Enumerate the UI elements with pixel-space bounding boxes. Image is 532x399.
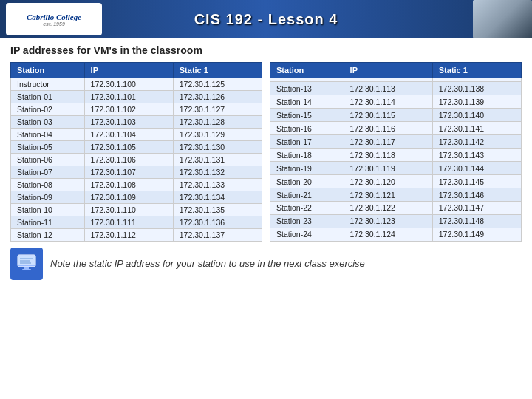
table-cell: Station-21 [270,188,344,202]
table-row: Station-12172.30.1.112172.30.1.137 [11,229,262,242]
station-icon-container [10,248,43,280]
left-col-ip: IP [84,63,173,78]
footer: Note the static IP address for your stat… [10,248,522,280]
table-cell: 172.30.1.132 [173,166,262,179]
table-row: Station-09172.30.1.109172.30.1.134 [11,191,262,204]
table-cell: 172.30.1.149 [432,228,521,241]
logo-name: Cabrillo College [27,13,81,21]
table-cell: 172.30.1.117 [344,135,432,149]
table-row: Station-21172.30.1.121172.30.1.146 [270,188,522,202]
right-col-station: Station [270,63,344,78]
table-cell: 172.30.1.137 [173,229,262,242]
right-col-ip: IP [344,63,432,78]
svg-rect-3 [22,269,31,270]
table-row: Station-02172.30.1.102172.30.1.127 [11,103,262,116]
table-cell: 172.30.1.108 [84,179,173,191]
table-cell: 172.30.1.142 [432,135,521,149]
table-row: Station-24172.30.1.124172.30.1.149 [270,228,522,241]
table-cell: 172.30.1.118 [344,149,432,162]
table-row: Station-08172.30.1.108172.30.1.133 [11,179,262,191]
table-cell: 172.30.1.106 [84,154,173,166]
table-cell: 172.30.1.125 [173,78,262,91]
table-cell: 172.30.1.130 [173,141,262,154]
table-cell: Station-18 [270,149,344,162]
table-left: Station IP Static 1 Instructor172.30.1.1… [10,62,262,242]
logo-year: est. 1959 [27,21,81,27]
table-row: Station-05172.30.1.105172.30.1.130 [11,141,262,154]
table-cell: Station-14 [270,95,344,109]
table-cell: 172.30.1.124 [344,228,432,241]
table-cell: Station-22 [270,202,344,215]
table-cell: 172.30.1.102 [84,103,173,116]
table-cell: 172.30.1.128 [173,116,262,129]
header-decoration [473,0,532,38]
table-cell: Station-03 [11,116,85,129]
table-cell: 172.30.1.138 [432,82,521,95]
table-row: Station-01172.30.1.101172.30.1.126 [11,91,262,103]
table-cell: 172.30.1.146 [432,188,521,202]
table-row: Station-17172.30.1.117172.30.1.142 [270,135,522,149]
footer-note: Note the static IP address for your stat… [50,256,365,271]
left-col-static: Static 1 [173,63,262,78]
table-cell: Station-05 [11,141,85,154]
table-row: Station-23172.30.1.123172.30.1.148 [270,214,522,228]
table-cell: 172.30.1.129 [173,129,262,141]
table-row: Station-20172.30.1.120172.30.1.145 [270,175,522,188]
table-row: Station-11172.30.1.111172.30.1.136 [11,216,262,229]
table-cell: Station-06 [11,154,85,166]
table-cell: Station-19 [270,162,344,175]
table-cell: 172.30.1.148 [432,214,521,228]
table-row: Station-15172.30.1.115172.30.1.140 [270,109,522,122]
table-cell: Station-23 [270,214,344,228]
table-cell: Station-16 [270,122,344,135]
table-row: Station-04172.30.1.104172.30.1.129 [11,129,262,141]
table-cell: 172.30.1.121 [344,188,432,202]
table-row: Station-13172.30.1.113172.30.1.138 [270,82,522,95]
table-cell: 172.30.1.127 [173,103,262,116]
table-cell: Station-02 [11,103,85,116]
page-title: CIS 192 - Lesson 4 [194,11,338,28]
table-cell: Station-20 [270,175,344,188]
table-cell: 172.30.1.112 [84,229,173,242]
table-cell: Station-10 [11,204,85,216]
table-cell: Station-12 [11,229,85,242]
table-cell: Station-08 [11,179,85,191]
computer-icon [15,252,38,276]
table-cell: Station-01 [11,91,85,103]
table-cell: 172.30.1.126 [173,91,262,103]
college-logo: Cabrillo College est. 1959 [6,3,102,35]
table-cell: 172.30.1.139 [432,95,521,109]
table-cell: Station-11 [11,216,85,229]
table-cell: Station-15 [270,109,344,122]
table-cell: Station-07 [11,166,85,179]
table-cell: 172.30.1.143 [432,149,521,162]
table-cell: 172.30.1.147 [432,202,521,215]
table-cell: 172.30.1.120 [344,175,432,188]
table-row: Station-22172.30.1.122172.30.1.147 [270,202,522,215]
table-row: Station-16172.30.1.116172.30.1.141 [270,122,522,135]
table-cell: 172.30.1.107 [84,166,173,179]
table-cell: 172.30.1.103 [84,116,173,129]
table-cell: 172.30.1.109 [84,191,173,204]
table-cell: 172.30.1.111 [84,216,173,229]
table-cell: 172.30.1.110 [84,204,173,216]
svg-rect-1 [18,256,35,265]
page-subtitle: IP addresses for VM's in the classroom [10,44,522,56]
table-row: Station-18172.30.1.118172.30.1.143 [270,149,522,162]
table-cell: 172.30.1.119 [344,162,432,175]
table-cell: Station-13 [270,82,344,95]
table-row: Station-06172.30.1.106172.30.1.131 [11,154,262,166]
table-cell: 172.30.1.122 [344,202,432,215]
table-cell: 172.30.1.136 [173,216,262,229]
table-cell: 172.30.1.116 [344,122,432,135]
table-cell: 172.30.1.101 [84,91,173,103]
page-content: IP addresses for VM's in the classroom S… [0,38,532,284]
table-cell: 172.30.1.131 [173,154,262,166]
table-row: Instructor172.30.1.100172.30.1.125 [11,78,262,91]
table-cell: 172.30.1.114 [344,95,432,109]
table-cell: 172.30.1.145 [432,175,521,188]
header: Cabrillo College est. 1959 CIS 192 - Les… [0,0,532,38]
left-col-station: Station [11,63,85,78]
table-row: Station-07172.30.1.107172.30.1.132 [11,166,262,179]
table-cell: Station-17 [270,135,344,149]
